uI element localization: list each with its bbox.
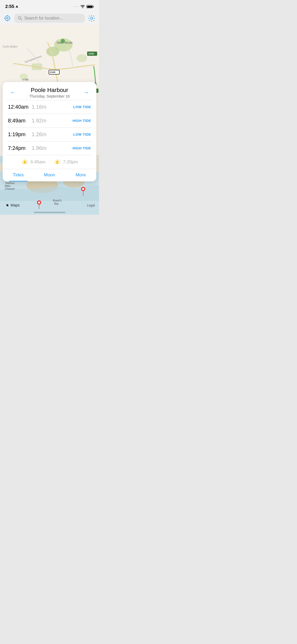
- tide-height-1: 1.92m: [32, 118, 73, 124]
- tide-row-1: 8:49am 1.92m HIGH TIDE: [3, 114, 96, 127]
- apple-logo-icon: [5, 203, 9, 207]
- location-title: Poole Harbour: [18, 87, 81, 94]
- svg-point-35: [82, 7, 83, 8]
- wifi-icon: [81, 5, 85, 8]
- svg-text:Main: Main: [5, 185, 11, 187]
- svg-line-43: [21, 19, 22, 20]
- status-bar: 2:55: [0, 0, 99, 12]
- tide-time-2: 1:19pm: [8, 131, 32, 137]
- home-indicator: [34, 212, 65, 213]
- signal-icon: [73, 6, 79, 7]
- sunrise-time: 6:45am: [31, 159, 46, 165]
- tide-row-3: 7:24pm 1.96m HIGH TIDE: [3, 141, 96, 155]
- svg-point-4: [77, 54, 87, 62]
- tide-row-0: 12:40am 1.16m LOW TIDE: [3, 100, 96, 114]
- tab-moon[interactable]: Moon: [34, 169, 65, 181]
- crosshair-icon: [4, 15, 11, 22]
- tide-time-3: 7:24pm: [8, 145, 32, 151]
- tide-height-2: 1.26m: [32, 131, 73, 137]
- svg-point-33: [61, 39, 65, 43]
- tide-height-3: 1.96m: [32, 145, 73, 151]
- svg-point-44: [91, 17, 93, 19]
- battery-icon: [86, 5, 94, 8]
- next-button[interactable]: →: [81, 88, 91, 97]
- svg-point-2: [46, 47, 59, 56]
- svg-point-36: [5, 16, 10, 21]
- search-icon: [18, 16, 22, 20]
- tide-type-0: LOW TIDE: [73, 105, 91, 109]
- svg-text:Brand's: Brand's: [53, 199, 62, 202]
- svg-point-17: [38, 201, 40, 204]
- svg-text:Bay: Bay: [54, 202, 59, 205]
- modal-title: Poole Harbour Thursday, September 16: [18, 87, 81, 98]
- tide-height-0: 1.16m: [32, 104, 73, 110]
- svg-text:A349: A349: [50, 71, 55, 73]
- location-subtitle: Thursday, September 16: [18, 94, 81, 98]
- modal-header: ← Poole Harbour Thursday, September 16 →: [3, 82, 96, 100]
- maps-text: Maps: [11, 203, 20, 207]
- svg-marker-34: [16, 5, 18, 8]
- status-icons: [73, 5, 94, 8]
- location-arrow-icon: [15, 5, 18, 8]
- tide-time-1: 8:49am: [8, 118, 32, 124]
- tide-type-2: LOW TIDE: [73, 132, 91, 136]
- svg-line-47: [26, 160, 27, 160]
- svg-text:A341: A341: [88, 52, 94, 55]
- svg-text:Channel: Channel: [5, 187, 15, 190]
- maps-branding: Maps: [5, 203, 20, 207]
- svg-point-14: [82, 188, 84, 190]
- sunset-icon: [54, 158, 61, 166]
- tab-row: Tides Moon More: [3, 169, 96, 181]
- tide-row-2: 1:19pm 1.26m LOW TIDE: [3, 128, 96, 141]
- sun-row: 6:45am 7:20pm: [3, 155, 96, 168]
- status-time: 2:55: [5, 4, 18, 9]
- settings-button[interactable]: [87, 14, 96, 22]
- search-input[interactable]: Search for location...: [14, 14, 85, 23]
- svg-line-55: [59, 160, 59, 160]
- sunset-time: 7:20pm: [63, 159, 78, 165]
- sunrise-icon: [21, 158, 29, 166]
- tide-type-3: HIGH TIDE: [73, 146, 91, 150]
- tide-type-1: HIGH TIDE: [73, 119, 91, 123]
- location-button[interactable]: [3, 14, 12, 22]
- legal-link[interactable]: Legal: [87, 204, 95, 207]
- svg-text:n Hill: n Hill: [22, 78, 28, 81]
- sunset-entry: 7:20pm: [54, 158, 78, 166]
- tide-time-0: 12:40am: [8, 104, 32, 110]
- tide-modal: ← Poole Harbour Thursday, September 16 →…: [3, 82, 96, 181]
- svg-point-37: [7, 17, 8, 19]
- svg-text:Corfe Mullen: Corfe Mullen: [3, 45, 18, 48]
- tab-tides[interactable]: Tides: [3, 169, 34, 181]
- prev-button[interactable]: ←: [8, 88, 18, 97]
- sunrise-entry: 6:45am: [21, 158, 46, 166]
- search-bar-row: Search for location...: [0, 12, 99, 25]
- gear-icon: [88, 15, 95, 22]
- svg-line-57: [55, 160, 56, 160]
- svg-line-49: [23, 160, 23, 160]
- svg-text:Harbour: Harbour: [5, 182, 15, 185]
- search-placeholder: Search for location...: [24, 16, 63, 21]
- tab-more[interactable]: More: [65, 169, 96, 181]
